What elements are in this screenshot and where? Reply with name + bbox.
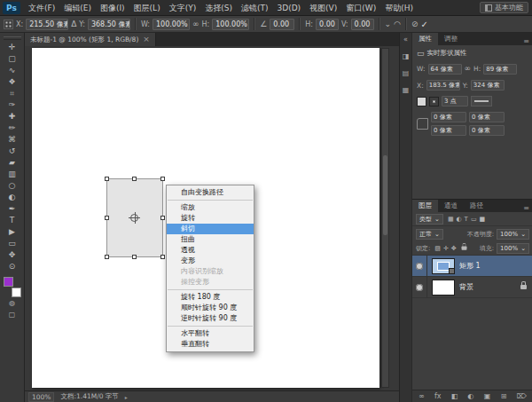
context-menu-item[interactable]: 旋转 180 度 — [167, 292, 254, 303]
menu-item[interactable]: 文字(Y) — [165, 0, 201, 16]
menu-item[interactable]: 图像(I) — [96, 0, 129, 16]
gradient-tool[interactable]: ▥ — [2, 169, 23, 180]
scrollbar-thumb[interactable] — [383, 155, 387, 235]
menu-item[interactable]: 编辑(E) — [59, 0, 96, 16]
panel-tab[interactable]: 通道 — [438, 200, 464, 212]
menu-item[interactable]: 图层(L) — [129, 0, 165, 16]
type-tool[interactable]: T — [2, 215, 23, 226]
x-position-field[interactable]: 215.50 像素 — [26, 19, 68, 30]
layer-visibility-toggle[interactable] — [412, 256, 427, 277]
context-menu-item[interactable]: 缩放 — [167, 202, 254, 213]
transform-handle-sw[interactable] — [105, 255, 109, 259]
context-menu-item[interactable]: 水平翻转 — [167, 328, 254, 339]
workspace-switcher[interactable]: 基本功能 — [480, 2, 528, 13]
y-position-field[interactable]: 368.50 像素 — [88, 19, 130, 30]
transform-bounding-box[interactable] — [106, 178, 163, 257]
layer-row-rectangle-1[interactable]: 矩形 1 — [412, 256, 532, 277]
filter-type-layers-icon[interactable]: T — [465, 216, 468, 223]
foreground-color-swatch[interactable] — [4, 277, 13, 287]
path-selection-tool[interactable]: ▶ — [2, 226, 23, 238]
layer-thumbnail[interactable] — [432, 258, 455, 274]
eraser-tool[interactable]: ▰ — [2, 157, 23, 169]
filter-smart-objects-icon[interactable]: ■ — [480, 216, 486, 223]
cancel-transform-icon[interactable]: ⊘ — [411, 19, 419, 30]
maintain-aspect-ratio-icon[interactable]: ∞ — [192, 19, 200, 30]
panel-tab[interactable]: 图层 — [412, 200, 438, 212]
toolbar-grip[interactable] — [4, 36, 21, 40]
lock-all-icon[interactable] — [461, 246, 466, 249]
menu-item[interactable]: 选择(S) — [200, 0, 237, 16]
panel-tab[interactable]: 路径 — [464, 200, 489, 212]
transform-handle-nw[interactable] — [105, 177, 109, 181]
transform-handle-se[interactable] — [160, 255, 165, 259]
transform-handle-ne[interactable] — [160, 177, 165, 181]
context-menu-item[interactable]: 顺时针旋转 90 度 — [167, 303, 254, 313]
stroke-color-swatch[interactable] — [429, 97, 439, 106]
menu-item[interactable]: 滤镜(T) — [237, 0, 273, 16]
lasso-tool[interactable]: ∿ — [2, 65, 23, 76]
move-tool[interactable]: ✛ — [2, 42, 23, 53]
corner-radius-field[interactable]: 0 像素 — [469, 112, 505, 122]
fill-select[interactable]: 100% ⌄ — [497, 243, 529, 254]
libraries-panel-icon[interactable]: ▦ — [403, 86, 410, 95]
panel-tab[interactable]: 属性 — [412, 33, 438, 45]
context-menu-item[interactable]: 斜切 — [167, 224, 254, 234]
context-menu-item[interactable]: 扭曲 — [167, 234, 254, 245]
relative-position-icon[interactable]: Δ — [71, 19, 76, 30]
fill-color-swatch[interactable] — [417, 97, 426, 106]
layer-mask-icon[interactable]: ◧ — [451, 390, 458, 402]
warp-mode-icon[interactable]: ◠ — [394, 19, 401, 30]
rotation-field[interactable]: 0.00 — [270, 19, 294, 30]
corner-radius-field[interactable]: 0 像素 — [431, 112, 466, 122]
new-layer-icon[interactable]: ⊞ — [501, 390, 507, 402]
healing-brush-tool[interactable]: ✚ — [2, 111, 23, 122]
dodge-tool[interactable]: ◐ — [2, 192, 23, 203]
quick-mask-icon[interactable]: ◍ — [2, 297, 23, 309]
filter-pixel-layers-icon[interactable]: ▦ — [448, 216, 454, 223]
layer-effects-icon[interactable]: fx — [434, 390, 442, 402]
shape-y-field[interactable]: 324 像素 — [471, 80, 505, 91]
stroke-width-field[interactable]: 3 点 — [442, 96, 468, 106]
commit-transform-icon[interactable]: ✓ — [421, 20, 428, 29]
clone-stamp-tool[interactable]: ⌘ — [2, 134, 23, 146]
adjustment-layer-icon[interactable]: ◐ — [468, 390, 474, 402]
history-brush-tool[interactable]: ↺ — [2, 146, 23, 157]
status-expand-icon[interactable]: ▸ — [125, 394, 128, 400]
menu-item[interactable]: 窗口(W) — [341, 0, 380, 16]
eyedropper-tool[interactable]: ✑ — [2, 99, 23, 111]
blur-tool[interactable]: ○ — [2, 180, 23, 192]
menu-item[interactable]: 帮助(H) — [380, 0, 418, 16]
delete-layer-icon[interactable]: ⌦ — [517, 390, 527, 402]
blend-mode-select[interactable]: 正常 ⌄ — [416, 229, 443, 240]
layer-filter-select[interactable]: 类型 ⌄ — [416, 214, 443, 225]
document-tab[interactable]: 未标题-1 @ 100% (矩形 1, RGB/8) × — [25, 33, 156, 46]
panel-tab[interactable]: 调整 — [438, 33, 464, 45]
context-menu-item[interactable]: 操控变形 — [167, 277, 254, 288]
marquee-tool[interactable]: ▢ — [2, 53, 23, 65]
panel-menu-icon[interactable]: ≡ — [523, 204, 532, 212]
skew-h-field[interactable]: 0.00 — [316, 19, 339, 30]
transform-handle-s[interactable] — [132, 255, 137, 259]
context-menu-item[interactable]: 旋转 — [167, 213, 254, 224]
context-menu-item[interactable]: 垂直翻转 — [167, 339, 254, 350]
filter-shape-layers-icon[interactable]: ▭ — [471, 216, 477, 223]
transform-handle-n[interactable] — [132, 177, 137, 181]
collapse-panels-icon[interactable]: « — [403, 35, 408, 44]
shape-x-field[interactable]: 183.5 像素 — [426, 80, 460, 91]
color-panel-icon[interactable]: ◨ — [403, 52, 410, 61]
hand-tool[interactable]: ✥ — [2, 249, 23, 261]
stroke-style-select[interactable] — [471, 96, 492, 106]
link-layers-icon[interactable]: ∞ — [419, 390, 425, 402]
link-dimensions-icon[interactable]: ∞ — [465, 63, 472, 75]
transform-reference-point-icon[interactable] — [130, 214, 138, 222]
menu-item[interactable]: 视图(V) — [305, 0, 341, 16]
brush-tool[interactable]: ✏ — [2, 122, 23, 134]
transform-handle-e[interactable] — [160, 216, 165, 220]
transform-handle-w[interactable] — [105, 216, 109, 220]
corner-radius-field[interactable]: 0 像素 — [469, 125, 505, 136]
shape-width-field[interactable]: 64 像素 — [428, 64, 462, 75]
width-scale-field[interactable]: 100.00% — [153, 19, 190, 30]
context-menu-item[interactable]: 内容识别缩放 — [167, 266, 254, 277]
filter-adjustment-layers-icon[interactable]: ◐ — [457, 216, 462, 223]
height-scale-field[interactable]: 100.00% — [212, 19, 249, 30]
